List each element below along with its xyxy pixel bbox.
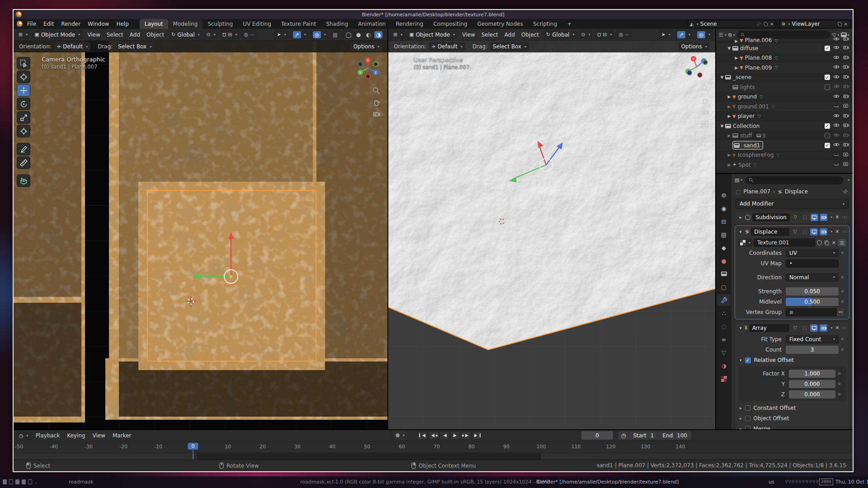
extras-dropdown-icon[interactable]: ▾ [830,326,832,330]
outliner-item-label[interactable]: ground [738,94,757,100]
realtime-toggle[interactable] [810,228,818,235]
shading-rendered-button[interactable]: ◑ [374,31,382,38]
outliner-row-ground[interactable]: ▶▼ground▽ [716,92,853,102]
drag-handle-icon[interactable]: ∷∷ [842,215,846,220]
jump-to-end-button[interactable] [472,431,482,440]
realtime-toggle[interactable] [810,324,818,332]
shading-wireframe-button[interactable]: ◯ [344,31,353,38]
animate-dot[interactable] [838,383,840,385]
menu-render[interactable]: Render [57,19,84,29]
edit-mode-toggle[interactable]: ▽ [791,228,799,235]
pan-hand-icon[interactable] [373,99,380,106]
collection-checkbox[interactable] [825,133,830,138]
breadcrumb-object[interactable]: Plane.007 [743,188,770,195]
workspace-tab-compositing[interactable]: Compositing [428,19,472,29]
tray-icon[interactable]: ⚲ [798,479,802,484]
collection-checkbox[interactable]: ✓ [825,143,830,148]
extras-dropdown-icon[interactable]: ▾ [830,230,832,234]
use-preview-range-icon[interactable]: ◷ [618,432,628,439]
disable-render-icon[interactable] [843,38,849,43]
taskbar-app-label[interactable]: roadmask [69,479,93,485]
realtime-toggle[interactable] [811,214,818,221]
hide-viewport-icon[interactable] [833,38,840,43]
remove-viewlayer-icon[interactable]: ✕ [844,22,848,27]
show-gizmo-dropdown[interactable]: ➤▾ [659,30,673,39]
animate-dot[interactable] [841,252,844,254]
workspace-tab-layout[interactable]: Layout [140,19,168,29]
texture-type-dropdown[interactable]: ▾ [738,239,752,247]
extras-dropdown-icon[interactable]: ▾ [830,215,832,219]
window-titlebar[interactable]: Blender* [/home/amalie/Desktop/blender/t… [14,10,853,19]
pan-hand-icon[interactable] [701,97,709,104]
animate-dot[interactable] [841,348,844,351]
outliner-item-label[interactable]: ground.001 [738,103,769,110]
next-keyframe-button[interactable] [461,431,471,440]
collection-checkbox[interactable]: ✓ [825,75,830,80]
constant-offset-checkbox[interactable] [745,405,750,411]
factor-x-field[interactable]: 1.000 [789,370,835,378]
menu-view[interactable]: View [459,29,478,41]
collection-checkbox[interactable]: ✓ [825,123,830,129]
vertex-group-field[interactable]: ▦ [786,308,837,316]
menu-select[interactable]: Select [104,29,127,41]
animate-dot[interactable] [841,290,844,292]
hide-viewport-icon[interactable] [833,54,840,62]
hide-viewport-icon[interactable] [833,113,840,120]
outliner-row-stuff[interactable]: ▶stuff3 [716,131,853,141]
relative-offset-checkbox[interactable]: ✓ [745,357,751,363]
breadcrumb-modifier[interactable]: Displace [785,188,808,195]
playhead-line[interactable] [193,453,193,460]
modifier-name-field[interactable]: Array [749,324,790,332]
pivot-point-selector[interactable]: ⊙▾ [204,30,218,39]
shading-material-button[interactable]: ◐ [364,31,373,38]
object-offset-checkbox[interactable] [745,416,750,421]
tool-select-box-button[interactable] [17,57,30,70]
on-cage-toggle[interactable]: ⬚ [801,228,808,235]
menu-view[interactable]: View [84,29,103,41]
collapse-icon[interactable]: ▾ [738,326,743,330]
disable-render-icon[interactable] [843,103,849,110]
gizmos-toggle[interactable]: ↗▾ [290,30,309,39]
blender-menu-icon[interactable] [16,21,23,27]
outliner-row-lights[interactable]: lights [716,82,853,92]
merge-row[interactable]: ▸Merge [735,423,849,429]
workspace-tab-+[interactable]: + [562,19,576,29]
zoom-icon[interactable] [373,87,380,94]
properties-tab-tool[interactable]: ⚙ [717,189,731,201]
object-offset-row[interactable]: ▸Object Offset [735,413,849,423]
keyboard-layout-indicator[interactable]: us [769,479,774,485]
disable-render-icon[interactable] [843,161,849,169]
tool-add-cube-button[interactable] [17,174,30,187]
workspace-tab-rendering[interactable]: Rendering [391,19,428,29]
disable-render-icon[interactable] [843,64,849,71]
xray-toggle[interactable]: ▩ [330,30,340,39]
timeline-ruler[interactable]: -50-40-30-20-100102030405060708090100110… [14,441,853,453]
shading-solid-button[interactable]: ● [354,31,363,38]
outliner-item-label[interactable]: sand1 [744,142,760,149]
start-frame-field[interactable]: Start1 [629,432,658,439]
animate-dot[interactable] [841,338,844,340]
properties-tab-world[interactable]: ● [717,255,731,267]
outliner-item-label[interactable]: stuff [740,132,752,139]
end-frame-field[interactable]: End100 [658,432,691,439]
system-tray-icons[interactable]: ⚲⚲⚲⚲⚲⚲⚲⚲⚲⚲ [785,479,819,484]
workspace-tab-shading[interactable]: Shading [321,19,353,29]
outliner-row-icospherefog[interactable]: ▶▼IcosphereFog▽ [716,150,853,160]
add-modifier-button[interactable]: Add Modifier▾ [735,199,849,209]
pin-icon[interactable] [756,22,761,27]
filter-icon[interactable]: ▽▾ [832,32,839,38]
workspace-tab-modeling[interactable]: Modeling [168,19,203,29]
properties-tab-physics[interactable]: ◌ [717,320,731,332]
strength-field[interactable]: 0.050 [786,287,839,296]
gizmos-toggle[interactable]: ↗▾ [675,30,693,39]
relative-offset-header[interactable]: ▾ ✓ Relative Offset [735,355,849,365]
texture-settings-icon[interactable]: ☰ [838,239,846,246]
properties-editor-type-button[interactable]: ▤▾ [735,177,742,183]
outliner-item-label[interactable]: Plane.008 [745,55,772,61]
menu-object[interactable]: Object [143,29,167,41]
hide-viewport-icon[interactable] [833,141,840,149]
factor-y-field[interactable]: 0.000 [789,380,835,388]
menu-file[interactable]: File [24,19,40,29]
hide-viewport-icon[interactable] [833,83,840,91]
editor-type-button[interactable]: ⊞▾ [16,30,30,39]
